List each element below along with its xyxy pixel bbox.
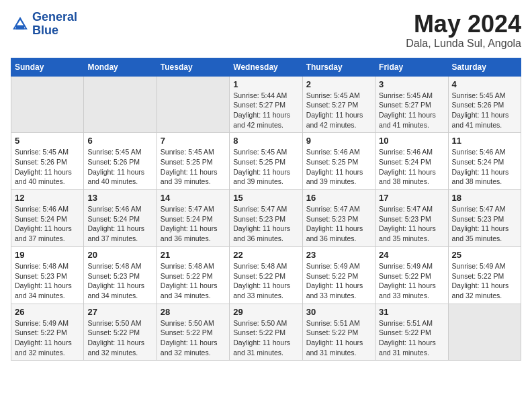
calendar-day-cell <box>157 76 229 133</box>
calendar-day-cell: 31Sunrise: 5:51 AMSunset: 5:22 PMDayligh… <box>375 304 448 361</box>
day-number: 31 <box>379 307 444 317</box>
day-number: 3 <box>379 79 444 89</box>
day-info: Sunrise: 5:46 AMSunset: 5:24 PMDaylight:… <box>15 204 80 244</box>
calendar-table: SundayMondayTuesdayWednesdayThursdayFrid… <box>11 58 521 361</box>
weekday-header: Thursday <box>302 58 375 76</box>
day-number: 6 <box>87 136 152 146</box>
day-info: Sunrise: 5:45 AMSunset: 5:26 PMDaylight:… <box>87 147 152 187</box>
day-number: 17 <box>379 193 444 203</box>
calendar-subtitle: Dala, Lunda Sul, Angola <box>406 38 521 50</box>
day-number: 11 <box>452 136 517 146</box>
day-number: 2 <box>306 79 371 89</box>
day-info: Sunrise: 5:51 AMSunset: 5:22 PMDaylight:… <box>306 318 371 358</box>
day-info: Sunrise: 5:46 AMSunset: 5:24 PMDaylight:… <box>452 147 517 187</box>
weekday-header: Friday <box>375 58 448 76</box>
calendar-day-cell: 12Sunrise: 5:46 AMSunset: 5:24 PMDayligh… <box>11 190 84 247</box>
day-number: 24 <box>379 250 444 260</box>
day-number: 27 <box>87 307 152 317</box>
day-number: 22 <box>233 250 298 260</box>
calendar-day-cell: 6Sunrise: 5:45 AMSunset: 5:26 PMDaylight… <box>84 133 157 190</box>
calendar-day-cell: 30Sunrise: 5:51 AMSunset: 5:22 PMDayligh… <box>302 304 375 361</box>
calendar-day-cell: 20Sunrise: 5:48 AMSunset: 5:23 PMDayligh… <box>84 246 157 304</box>
day-number: 23 <box>306 250 371 260</box>
calendar-week-row: 1Sunrise: 5:44 AMSunset: 5:27 PMDaylight… <box>11 76 521 133</box>
day-info: Sunrise: 5:47 AMSunset: 5:23 PMDaylight:… <box>452 204 517 244</box>
day-info: Sunrise: 5:45 AMSunset: 5:26 PMDaylight:… <box>15 147 80 187</box>
day-number: 13 <box>87 193 152 203</box>
day-number: 30 <box>306 307 371 317</box>
day-info: Sunrise: 5:45 AMSunset: 5:27 PMDaylight:… <box>306 91 371 130</box>
calendar-day-cell: 2Sunrise: 5:45 AMSunset: 5:27 PMDaylight… <box>302 76 375 133</box>
calendar-day-cell: 4Sunrise: 5:45 AMSunset: 5:26 PMDaylight… <box>448 76 521 133</box>
day-info: Sunrise: 5:48 AMSunset: 5:22 PMDaylight:… <box>233 261 298 301</box>
day-info: Sunrise: 5:46 AMSunset: 5:25 PMDaylight:… <box>306 147 371 187</box>
day-info: Sunrise: 5:47 AMSunset: 5:23 PMDaylight:… <box>306 204 371 244</box>
calendar-week-row: 12Sunrise: 5:46 AMSunset: 5:24 PMDayligh… <box>11 190 521 247</box>
day-number: 25 <box>452 250 517 260</box>
weekday-header: Tuesday <box>157 58 229 76</box>
calendar-day-cell: 28Sunrise: 5:50 AMSunset: 5:22 PMDayligh… <box>157 304 229 361</box>
day-number: 16 <box>306 193 371 203</box>
calendar-day-cell: 8Sunrise: 5:45 AMSunset: 5:25 PMDaylight… <box>230 133 302 190</box>
day-info: Sunrise: 5:47 AMSunset: 5:23 PMDaylight:… <box>233 204 298 244</box>
day-info: Sunrise: 5:47 AMSunset: 5:24 PMDaylight:… <box>161 204 226 244</box>
day-number: 29 <box>233 307 298 317</box>
day-number: 14 <box>161 193 226 203</box>
day-info: Sunrise: 5:49 AMSunset: 5:22 PMDaylight:… <box>306 261 371 301</box>
page-header: General Blue May 2024 Dala, Lunda Sul, A… <box>11 11 521 50</box>
day-info: Sunrise: 5:50 AMSunset: 5:22 PMDaylight:… <box>161 318 226 358</box>
calendar-day-cell: 21Sunrise: 5:48 AMSunset: 5:22 PMDayligh… <box>157 246 229 304</box>
day-info: Sunrise: 5:51 AMSunset: 5:22 PMDaylight:… <box>379 318 444 358</box>
day-number: 20 <box>87 250 152 260</box>
calendar-week-row: 26Sunrise: 5:49 AMSunset: 5:22 PMDayligh… <box>11 304 521 361</box>
calendar-day-cell: 18Sunrise: 5:47 AMSunset: 5:23 PMDayligh… <box>448 190 521 247</box>
day-info: Sunrise: 5:45 AMSunset: 5:26 PMDaylight:… <box>452 91 517 130</box>
day-info: Sunrise: 5:48 AMSunset: 5:23 PMDaylight:… <box>87 261 152 301</box>
calendar-day-cell: 15Sunrise: 5:47 AMSunset: 5:23 PMDayligh… <box>230 190 302 247</box>
calendar-day-cell: 3Sunrise: 5:45 AMSunset: 5:27 PMDaylight… <box>375 76 448 133</box>
day-number: 28 <box>161 307 226 317</box>
calendar-week-row: 5Sunrise: 5:45 AMSunset: 5:26 PMDaylight… <box>11 133 521 190</box>
day-info: Sunrise: 5:45 AMSunset: 5:25 PMDaylight:… <box>233 147 298 187</box>
title-block: May 2024 Dala, Lunda Sul, Angola <box>406 11 521 50</box>
day-info: Sunrise: 5:49 AMSunset: 5:22 PMDaylight:… <box>15 318 80 358</box>
day-number: 1 <box>233 79 298 89</box>
weekday-header: Sunday <box>11 58 84 76</box>
day-info: Sunrise: 5:48 AMSunset: 5:22 PMDaylight:… <box>161 261 226 301</box>
calendar-day-cell: 10Sunrise: 5:46 AMSunset: 5:24 PMDayligh… <box>375 133 448 190</box>
calendar-day-cell <box>448 304 521 361</box>
calendar-week-row: 19Sunrise: 5:48 AMSunset: 5:23 PMDayligh… <box>11 246 521 304</box>
day-info: Sunrise: 5:48 AMSunset: 5:23 PMDaylight:… <box>15 261 80 301</box>
day-info: Sunrise: 5:46 AMSunset: 5:24 PMDaylight:… <box>379 147 444 187</box>
day-number: 18 <box>452 193 517 203</box>
day-number: 10 <box>379 136 444 146</box>
calendar-day-cell: 23Sunrise: 5:49 AMSunset: 5:22 PMDayligh… <box>302 246 375 304</box>
calendar-day-cell: 17Sunrise: 5:47 AMSunset: 5:23 PMDayligh… <box>375 190 448 247</box>
calendar-day-cell: 22Sunrise: 5:48 AMSunset: 5:22 PMDayligh… <box>230 246 302 304</box>
day-number: 26 <box>15 307 80 317</box>
weekday-header: Monday <box>84 58 157 76</box>
logo-text: General Blue <box>32 11 77 38</box>
day-info: Sunrise: 5:49 AMSunset: 5:22 PMDaylight:… <box>452 261 517 301</box>
day-info: Sunrise: 5:45 AMSunset: 5:25 PMDaylight:… <box>161 147 226 187</box>
calendar-day-cell <box>11 76 84 133</box>
day-number: 21 <box>161 250 226 260</box>
calendar-day-cell: 19Sunrise: 5:48 AMSunset: 5:23 PMDayligh… <box>11 246 84 304</box>
day-number: 9 <box>306 136 371 146</box>
calendar-title: May 2024 <box>406 11 521 38</box>
svg-rect-2 <box>16 25 24 29</box>
calendar-day-cell: 5Sunrise: 5:45 AMSunset: 5:26 PMDaylight… <box>11 133 84 190</box>
calendar-header-row: SundayMondayTuesdayWednesdayThursdayFrid… <box>11 58 521 76</box>
calendar-day-cell <box>84 76 157 133</box>
day-number: 19 <box>15 250 80 260</box>
calendar-day-cell: 26Sunrise: 5:49 AMSunset: 5:22 PMDayligh… <box>11 304 84 361</box>
calendar-day-cell: 24Sunrise: 5:49 AMSunset: 5:22 PMDayligh… <box>375 246 448 304</box>
calendar-day-cell: 29Sunrise: 5:50 AMSunset: 5:22 PMDayligh… <box>230 304 302 361</box>
calendar-day-cell: 9Sunrise: 5:46 AMSunset: 5:25 PMDaylight… <box>302 133 375 190</box>
calendar-day-cell: 14Sunrise: 5:47 AMSunset: 5:24 PMDayligh… <box>157 190 229 247</box>
day-info: Sunrise: 5:45 AMSunset: 5:27 PMDaylight:… <box>379 91 444 130</box>
day-number: 4 <box>452 79 517 89</box>
day-number: 5 <box>15 136 80 146</box>
weekday-header: Saturday <box>448 58 521 76</box>
calendar-day-cell: 1Sunrise: 5:44 AMSunset: 5:27 PMDaylight… <box>230 76 302 133</box>
